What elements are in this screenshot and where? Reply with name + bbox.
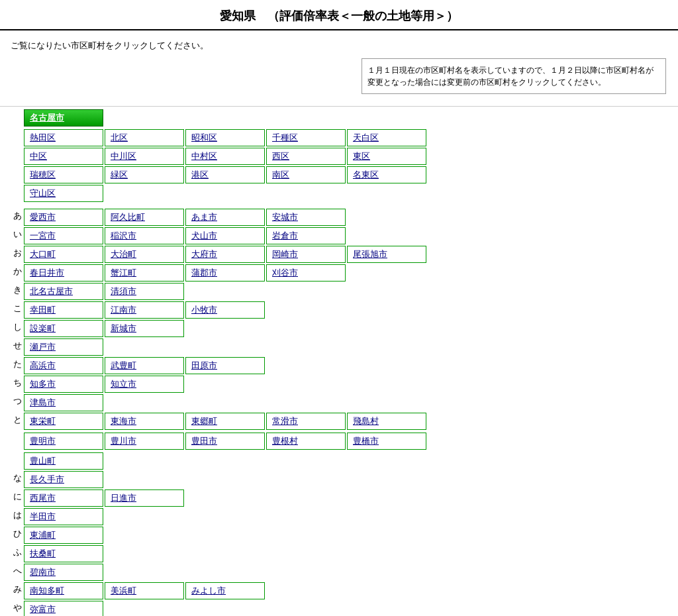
list-item[interactable]: 小牧市 bbox=[185, 301, 265, 319]
list-item[interactable]: 清須市 bbox=[105, 283, 184, 300]
list-item[interactable]: 昭和区 bbox=[185, 129, 265, 146]
list-item[interactable]: 津島市 bbox=[24, 394, 103, 411]
city-group-ki: 北名古屋市 清須市 bbox=[24, 283, 673, 300]
list-item[interactable]: 豊橋市 bbox=[347, 433, 426, 450]
list-item[interactable]: 東郷町 bbox=[185, 413, 265, 430]
list-item[interactable]: 豊山町 bbox=[24, 452, 103, 470]
city-group-a: 愛西市 阿久比町 あま市 安城市 bbox=[24, 209, 673, 226]
list-item[interactable]: 大口町 bbox=[24, 246, 103, 263]
list-item[interactable]: 日進市 bbox=[105, 489, 184, 507]
list-item[interactable]: 長久手市 bbox=[24, 471, 103, 488]
kana-label-ka: か bbox=[11, 264, 24, 278]
list-item[interactable]: 豊川市 bbox=[105, 433, 184, 450]
list-item[interactable]: 美浜町 bbox=[105, 582, 184, 599]
list-item[interactable]: 豊明市 bbox=[24, 433, 103, 450]
list-item[interactable]: 守山区 bbox=[24, 185, 103, 202]
list-item[interactable]: 尾張旭市 bbox=[347, 246, 426, 263]
list-item[interactable]: 岩倉市 bbox=[266, 227, 346, 244]
kana-label-ko: こ bbox=[11, 301, 24, 315]
list-item[interactable]: 知多市 bbox=[24, 376, 103, 393]
nagoya-sub-rows: 熱田区 北区 昭和区 千種区 天白区 中区 中川区 中村区 西区 東区 瑞穂区 … bbox=[5, 129, 673, 202]
kana-label-ni: に bbox=[11, 489, 24, 503]
list-item[interactable]: 東海市 bbox=[105, 413, 184, 430]
list-item[interactable]: 天白区 bbox=[347, 129, 426, 146]
list-item[interactable]: 蟹江町 bbox=[105, 264, 184, 282]
list-item[interactable]: 港区 bbox=[185, 166, 265, 183]
list-item[interactable]: 飛島村 bbox=[347, 413, 426, 430]
list-item[interactable]: 武豊町 bbox=[105, 357, 184, 374]
list-item[interactable]: 瑞穂区 bbox=[24, 166, 103, 183]
list-item[interactable]: 新城市 bbox=[105, 320, 184, 337]
list-item[interactable]: 知立市 bbox=[105, 376, 184, 393]
kana-label-ha: は bbox=[11, 508, 24, 521]
list-item[interactable]: 名東区 bbox=[347, 166, 426, 183]
list-item[interactable]: 弥富市 bbox=[24, 601, 103, 616]
list-item[interactable]: 豊田市 bbox=[185, 433, 265, 450]
nagoya-row-2: 中区 中川区 中村区 西区 東区 bbox=[24, 148, 673, 165]
list-item[interactable]: 蒲郡市 bbox=[185, 264, 265, 282]
list-item[interactable]: 稲沢市 bbox=[105, 227, 184, 244]
list-item[interactable]: 常滑市 bbox=[266, 413, 346, 430]
list-item[interactable]: 刈谷市 bbox=[266, 264, 346, 282]
list-item[interactable]: 豊根村 bbox=[266, 433, 346, 450]
list-item[interactable]: 半田市 bbox=[24, 508, 103, 525]
city-group-hi: 東浦町 bbox=[24, 527, 673, 544]
kana-group-ta: た 高浜市 武豊町 田原市 bbox=[5, 357, 673, 374]
list-item[interactable]: 犬山市 bbox=[185, 227, 265, 244]
list-item[interactable]: 春日井市 bbox=[24, 264, 103, 282]
kana-label-o: お bbox=[11, 246, 24, 259]
kana-group-ki: き 北名古屋市 清須市 bbox=[5, 283, 673, 300]
kana-group-se: せ 瀬戸市 bbox=[5, 338, 673, 356]
subtitle: ご覧になりたい市区町村をクリックしてください。 bbox=[5, 33, 673, 58]
list-item[interactable]: あま市 bbox=[185, 209, 265, 226]
kana-label-se: せ bbox=[11, 338, 24, 352]
city-group-ya: 弥富市 bbox=[24, 601, 673, 616]
list-item[interactable]: みよし市 bbox=[185, 582, 265, 599]
list-item[interactable]: 一宮市 bbox=[24, 227, 103, 244]
list-item[interactable]: 西区 bbox=[266, 148, 346, 165]
list-item[interactable]: 緑区 bbox=[105, 166, 184, 183]
list-item[interactable]: 阿久比町 bbox=[105, 209, 184, 226]
kana-label-ta: た bbox=[11, 357, 24, 370]
kana-group-o: お 大口町 大治町 大府市 岡崎市 尾張旭市 bbox=[5, 246, 673, 263]
city-group-ka: 春日井市 蟹江町 蒲郡市 刈谷市 bbox=[24, 264, 673, 282]
list-item[interactable]: 東栄町 bbox=[24, 413, 103, 430]
list-item[interactable]: 瀬戸市 bbox=[24, 338, 103, 356]
list-item[interactable]: 中村区 bbox=[185, 148, 265, 165]
list-item[interactable]: 大府市 bbox=[185, 246, 265, 263]
list-item[interactable]: 碧南市 bbox=[24, 564, 103, 581]
list-item[interactable]: 東浦町 bbox=[24, 527, 103, 544]
list-item[interactable]: 中区 bbox=[24, 148, 103, 165]
list-item[interactable]: 中川区 bbox=[105, 148, 184, 165]
list-item[interactable]: 高浜市 bbox=[24, 357, 103, 374]
list-item[interactable]: 岡崎市 bbox=[266, 246, 346, 263]
list-item[interactable]: 北区 bbox=[105, 129, 184, 146]
nagoya-row-4: 守山区 bbox=[24, 185, 673, 202]
list-item[interactable]: 扶桑町 bbox=[24, 545, 103, 562]
kana-group-ka: か 春日井市 蟹江町 蒲郡市 刈谷市 bbox=[5, 264, 673, 282]
city-group-fu: 扶桑町 bbox=[24, 545, 673, 562]
city-group-i: 一宮市 稲沢市 犬山市 岩倉市 bbox=[24, 227, 673, 244]
list-item[interactable]: 熱田区 bbox=[24, 129, 103, 146]
kana-label-shi: し bbox=[11, 320, 24, 333]
list-item[interactable]: 東区 bbox=[347, 148, 426, 165]
list-item[interactable]: 幸田町 bbox=[24, 301, 103, 319]
list-item[interactable]: 南区 bbox=[266, 166, 346, 183]
list-item[interactable]: 北名古屋市 bbox=[24, 283, 103, 300]
kana-group-ko: こ 幸田町 江南市 小牧市 bbox=[5, 301, 673, 319]
kana-group-tsu: つ 津島市 bbox=[5, 394, 673, 411]
kana-group-ha: は 半田市 bbox=[5, 508, 673, 525]
city-group-ni: 西尾市 日進市 bbox=[24, 489, 673, 507]
list-item[interactable]: 安城市 bbox=[266, 209, 346, 226]
list-item[interactable]: 設楽町 bbox=[24, 320, 103, 337]
list-item[interactable]: 千種区 bbox=[266, 129, 346, 146]
city-group-se: 瀬戸市 bbox=[24, 338, 673, 356]
list-item[interactable]: 南知多町 bbox=[24, 582, 103, 599]
nagoya-city-header[interactable]: 名古屋市 bbox=[24, 109, 103, 127]
list-item[interactable]: 江南市 bbox=[105, 301, 184, 319]
list-item[interactable]: 大治町 bbox=[105, 246, 184, 263]
list-item[interactable]: 田原市 bbox=[185, 357, 265, 374]
city-group-tsu: 津島市 bbox=[24, 394, 673, 411]
list-item[interactable]: 愛西市 bbox=[24, 209, 103, 226]
list-item[interactable]: 西尾市 bbox=[24, 489, 103, 507]
